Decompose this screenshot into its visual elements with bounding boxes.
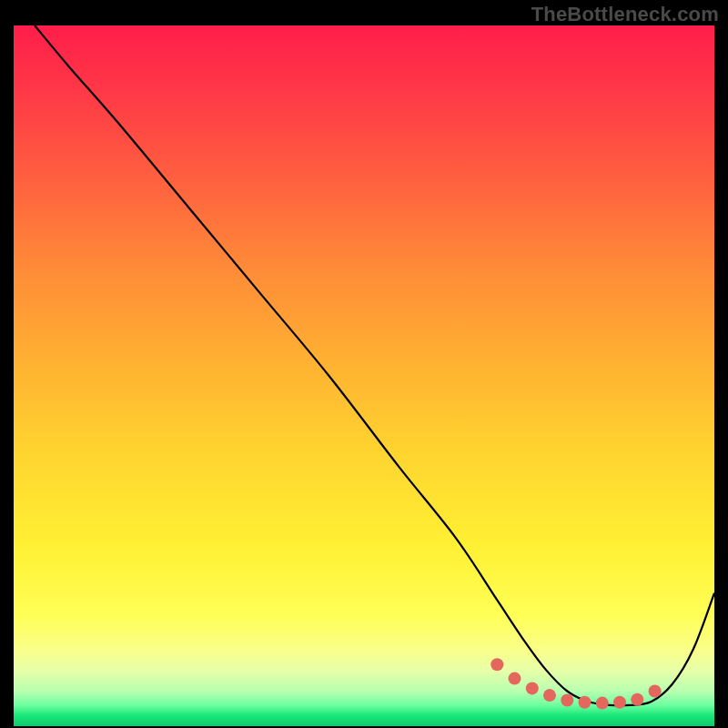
optimal-marker <box>526 682 539 694</box>
chart-frame: TheBottleneck.com <box>0 0 728 728</box>
optimal-marker <box>649 685 662 698</box>
optimal-marker <box>596 697 609 710</box>
optimal-marker <box>543 689 556 702</box>
optimal-marker <box>579 696 592 709</box>
watermark-text: TheBottleneck.com <box>531 3 719 26</box>
optimal-marker <box>561 694 573 707</box>
optimal-marker <box>613 696 626 709</box>
optimal-marker <box>631 693 643 706</box>
chart-svg <box>14 25 714 726</box>
optimal-marker <box>509 672 521 685</box>
optimal-marker <box>490 658 503 671</box>
bottleneck-curve <box>35 25 714 705</box>
optimal-zone-markers <box>490 658 661 709</box>
plot-area <box>14 25 714 726</box>
